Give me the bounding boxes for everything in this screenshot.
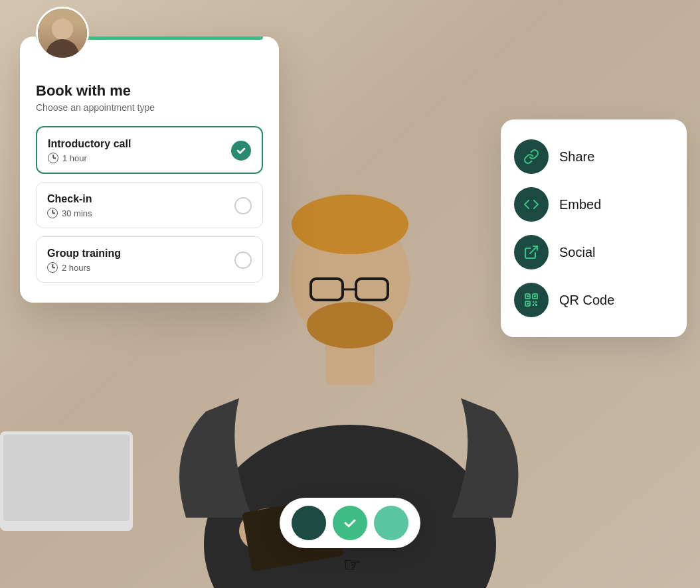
appointment-name: Check-in: [47, 193, 92, 205]
step-check-icon: [341, 514, 359, 532]
radio-button[interactable]: [234, 197, 252, 214]
share-option-share[interactable]: Share: [514, 133, 667, 181]
duration-text: 2 hours: [62, 263, 90, 273]
share-option-qrcode[interactable]: QR Code: [514, 276, 667, 324]
svg-line-13: [530, 246, 537, 254]
cursor-hand-icon: ☞: [343, 553, 361, 576]
appointment-item-group-training[interactable]: Group training 2 hours: [36, 236, 263, 283]
avatar: [36, 7, 89, 60]
bottom-stepper: ☞: [280, 498, 420, 548]
card-title: Book with me: [36, 82, 263, 100]
selected-checkmark: [231, 141, 251, 161]
clock-icon: [47, 262, 58, 273]
share-panel: Share Embed Social: [501, 119, 687, 337]
svg-rect-19: [527, 303, 529, 305]
link-icon: [523, 149, 539, 165]
step-dot-2-active[interactable]: [333, 506, 367, 540]
avatar-person-image: [38, 9, 87, 58]
svg-point-5: [307, 302, 393, 348]
qrcode-label: QR Code: [559, 293, 614, 308]
appointment-list: Introductory call 1 hour Check-in 30 min…: [36, 126, 263, 283]
qr-icon: [523, 292, 539, 308]
clock-icon: [47, 208, 58, 218]
share-icon-circle: [514, 139, 549, 174]
embed-label: Embed: [559, 197, 601, 212]
external-link-icon: [523, 244, 539, 260]
share-option-embed[interactable]: Embed: [514, 181, 667, 228]
qrcode-icon-circle: [514, 283, 549, 317]
appointment-info: Check-in 30 mins: [47, 193, 92, 218]
card-subtitle: Choose an appointment type: [36, 102, 263, 113]
code-icon: [523, 196, 539, 212]
appointment-duration: 1 hour: [48, 153, 131, 163]
embed-icon-circle: [514, 187, 549, 222]
social-icon-circle: [514, 235, 549, 269]
avatar-container: [36, 7, 89, 60]
check-icon: [236, 145, 246, 156]
social-label: Social: [559, 245, 595, 260]
appointment-duration: 30 mins: [47, 208, 92, 218]
share-option-social[interactable]: Social: [514, 228, 667, 276]
svg-rect-12: [3, 435, 130, 521]
appointment-name: Introductory call: [48, 138, 131, 150]
step-dot-1[interactable]: [292, 506, 326, 540]
duration-text: 30 mins: [62, 208, 92, 218]
svg-point-4: [292, 194, 408, 254]
share-label: Share: [559, 149, 594, 165]
appointment-duration: 2 hours: [47, 262, 121, 273]
clock-icon: [48, 153, 58, 163]
svg-rect-18: [534, 295, 536, 297]
appointment-info: Group training 2 hours: [47, 248, 121, 273]
appointment-name: Group training: [47, 248, 121, 259]
appointment-info: Introductory call 1 hour: [48, 138, 131, 163]
step-dot-3[interactable]: [374, 506, 408, 540]
appointment-item-introductory-call[interactable]: Introductory call 1 hour: [36, 126, 263, 174]
svg-rect-17: [527, 295, 529, 297]
appointment-item-check-in[interactable]: Check-in 30 mins: [36, 182, 263, 228]
duration-text: 1 hour: [62, 153, 87, 163]
radio-button[interactable]: [234, 252, 252, 269]
card-header: Book with me Choose an appointment type: [36, 82, 263, 113]
booking-card: Book with me Choose an appointment type …: [20, 37, 279, 303]
